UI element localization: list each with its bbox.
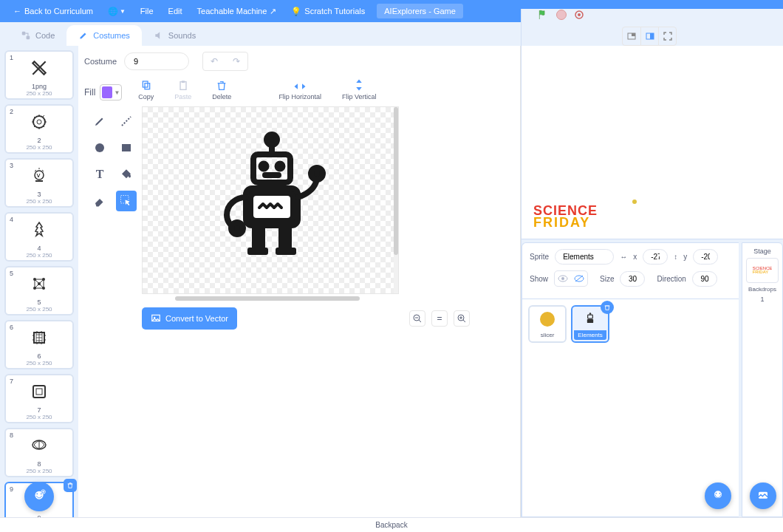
arrows-h-icon: ↔ xyxy=(620,253,627,261)
flip-vertical-button[interactable]: Flip Vertical xyxy=(338,78,381,100)
svg-rect-52 xyxy=(276,248,296,255)
sprite-y-input[interactable] xyxy=(693,249,718,265)
costume-item-3[interactable]: 33250 x 250 xyxy=(4,158,74,208)
costume-item-8[interactable]: 88250 x 250 xyxy=(4,428,74,477)
brush-tool[interactable] xyxy=(89,111,110,132)
costume-image xyxy=(143,107,400,295)
convert-to-vector-button[interactable]: Convert to Vector xyxy=(142,307,237,330)
add-sprite-button[interactable] xyxy=(705,482,731,509)
costume-item-1[interactable]: 11png250 x 250 xyxy=(4,50,74,100)
tab-costumes[interactable]: Costumes xyxy=(66,25,142,46)
costume-label: 9 xyxy=(7,514,71,517)
direction-label: Direction xyxy=(657,275,685,283)
line-tool[interactable] xyxy=(116,111,137,132)
globe-icon: 🌐 xyxy=(108,7,118,16)
text-tool[interactable]: T xyxy=(89,164,110,185)
select-tool[interactable] xyxy=(116,191,137,211)
costume-thumb xyxy=(7,432,71,459)
sprite-item-Elements[interactable]: Elements xyxy=(571,305,609,343)
sprite-x-input[interactable] xyxy=(643,249,668,265)
tutorials-menu[interactable]: 💡 Scratch Tutorials xyxy=(284,0,372,22)
teachable-machine-link[interactable]: Teachable Machine ↗ xyxy=(190,0,284,22)
canvas-scroll-horizontal[interactable] xyxy=(175,296,360,301)
svg-rect-7 xyxy=(650,33,654,39)
stage-selector[interactable]: Stage SCIENCE FRIDAY Backdrops 1 xyxy=(742,242,783,517)
eraser-tool[interactable] xyxy=(89,191,110,211)
paintbrush-icon xyxy=(78,30,89,41)
costume-item-2[interactable]: 22250 x 250 xyxy=(4,104,74,154)
back-to-curriculum[interactable]: ← Back to Curriculum xyxy=(6,0,100,22)
costume-label: 2 xyxy=(7,137,71,144)
add-backdrop-button[interactable] xyxy=(750,482,776,509)
add-costume-button[interactable] xyxy=(24,482,54,511)
costume-number: 7 xyxy=(10,378,13,385)
svg-rect-34 xyxy=(182,81,185,83)
undo-button[interactable]: ↶ xyxy=(203,52,225,70)
svg-point-63 xyxy=(561,277,564,280)
hide-sprite-button[interactable] xyxy=(571,271,587,286)
costume-item-6[interactable]: 66250 x 250 xyxy=(4,320,74,369)
costume-item-5[interactable]: 55250 x 250 xyxy=(4,266,74,316)
fill-color-picker[interactable]: ▼ xyxy=(100,84,122,100)
stage-sprite-mark xyxy=(632,200,637,204)
canvas-scroll-vertical[interactable] xyxy=(394,107,398,293)
copy-button[interactable]: Copy xyxy=(134,80,158,100)
language-menu[interactable]: 🌐 ▼ xyxy=(100,0,133,22)
svg-point-47 xyxy=(231,222,243,234)
file-menu[interactable]: File xyxy=(133,0,161,22)
delete-button[interactable]: Delete xyxy=(208,80,236,100)
circle-tool[interactable] xyxy=(89,137,110,158)
costume-dims: 250 x 250 xyxy=(7,360,71,366)
paint-canvas[interactable] xyxy=(142,106,399,294)
costume-label: 6 xyxy=(7,352,71,360)
tab-code[interactable]: Code xyxy=(9,25,66,46)
arrow-left-icon: ← xyxy=(13,7,21,16)
delete-sprite-button[interactable] xyxy=(601,301,614,314)
sprite-size-input[interactable] xyxy=(620,271,645,287)
paste-button[interactable]: Paste xyxy=(170,80,196,100)
fill-label: Fill xyxy=(84,87,95,98)
svg-rect-1 xyxy=(27,36,30,40)
costume-thumb xyxy=(7,163,71,189)
fill-tool[interactable] xyxy=(116,164,137,185)
costume-number: 4 xyxy=(10,216,13,223)
zoom-in-button[interactable] xyxy=(454,310,470,327)
green-flag-icon[interactable] xyxy=(537,9,549,21)
backpack-bar[interactable]: Backpack xyxy=(0,517,783,532)
sprite-direction-input[interactable] xyxy=(692,271,717,287)
sprite-name-input[interactable] xyxy=(555,249,614,265)
large-stage-button[interactable] xyxy=(640,27,658,45)
sprite-label: Sprite xyxy=(530,253,549,261)
sprite-item-slicer[interactable]: slicer xyxy=(528,305,567,343)
project-title[interactable]: AIExplorers - Game xyxy=(377,4,463,18)
svg-point-70 xyxy=(714,491,722,498)
costume-item-4[interactable]: 44250 x 250 xyxy=(4,212,74,262)
svg-point-43 xyxy=(278,164,283,169)
costume-label: 3 xyxy=(7,191,71,198)
costume-dims: 250 x 250 xyxy=(7,414,71,420)
svg-line-57 xyxy=(419,320,421,322)
show-sprite-button[interactable] xyxy=(555,271,571,286)
zoom-out-button[interactable] xyxy=(409,310,425,327)
costume-name-input[interactable] xyxy=(124,52,189,70)
delete-costume-button[interactable] xyxy=(64,479,77,492)
edit-menu[interactable]: Edit xyxy=(161,0,190,22)
svg-point-36 xyxy=(95,143,104,152)
small-stage-button[interactable] xyxy=(623,27,640,45)
redo-button[interactable]: ↷ xyxy=(225,52,247,70)
costume-dims: 250 x 250 xyxy=(7,252,71,259)
stop-button[interactable] xyxy=(556,10,567,20)
backdrop-thumb[interactable]: SCIENCE FRIDAY xyxy=(746,258,779,283)
record-button[interactable] xyxy=(574,10,584,20)
rect-tool[interactable] xyxy=(116,137,137,158)
flip-horizontal-button[interactable]: Flip Horizontal xyxy=(274,81,326,100)
costume-name-label: Costume xyxy=(84,57,117,66)
zoom-reset-button[interactable]: = xyxy=(431,310,448,327)
stage-preview[interactable]: SCIENCE FRIDAY xyxy=(522,46,783,239)
fullscreen-button[interactable] xyxy=(658,27,676,45)
tab-sounds[interactable]: Sounds xyxy=(142,25,208,46)
costume-item-7[interactable]: 77250 x 250 xyxy=(4,374,74,423)
paste-icon xyxy=(177,80,189,92)
flip-vertical-icon xyxy=(354,78,364,92)
costume-dims: 250 x 250 xyxy=(7,198,71,205)
